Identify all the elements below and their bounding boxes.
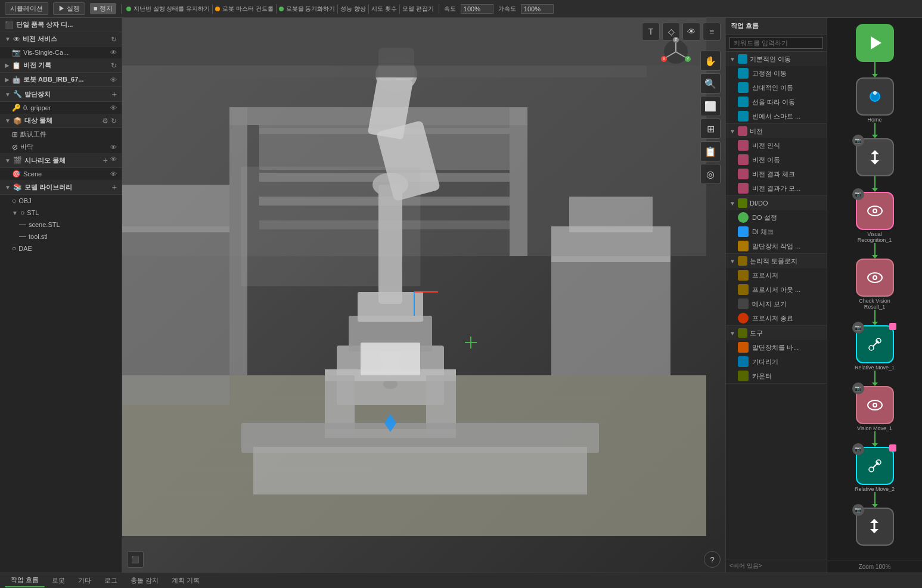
camera-node[interactable]: 📷 bbox=[851, 508, 899, 546]
model-library-header[interactable]: ▼ 📚 모델 라이브러리 + bbox=[0, 180, 122, 195]
relative-move2-label: Relative Move_2 bbox=[855, 486, 895, 492]
robot-eye-icon[interactable]: 👁 bbox=[110, 76, 117, 83]
basic-move-header[interactable]: ▼ 기본적인 이동 bbox=[726, 52, 827, 66]
vision-service-refresh[interactable]: ↻ bbox=[111, 35, 117, 43]
vision-service-header[interactable]: ▼ 👁 비전 서비스 ↻ bbox=[0, 32, 122, 46]
tools-header[interactable]: ▼ 도구 bbox=[726, 326, 827, 340]
scenario-add-btn[interactable]: + bbox=[103, 155, 108, 165]
relative-move1-node[interactable]: 📷 Relative Move_1 bbox=[851, 325, 899, 371]
floor-label: 바닥 bbox=[20, 142, 33, 151]
change-effector-item[interactable]: 말단장치를 바... bbox=[726, 340, 827, 354]
vis-single-camera-item[interactable]: 📷 Vis-Single-Ca... 👁 bbox=[0, 46, 122, 58]
home-node-box[interactable] bbox=[856, 77, 894, 116]
vision-log-header[interactable]: ▶ 📋 비전 기록 ↻ bbox=[0, 58, 122, 73]
speed-input[interactable] bbox=[461, 4, 493, 14]
robot-header[interactable]: ▶ 🤖 로봇 ABB_IRB_67... 👁 bbox=[0, 73, 122, 87]
grid-tool-btn[interactable]: ⊞ bbox=[700, 119, 721, 139]
tab-workflow[interactable]: 작업 흐름 bbox=[5, 574, 45, 587]
visual-recog-node[interactable]: 📷 Visual Recognition_1 bbox=[851, 192, 899, 243]
project-icon: ⬛ bbox=[5, 21, 14, 29]
tab-collision[interactable]: 충돌 감지 bbox=[125, 574, 164, 587]
line-move-item[interactable]: 선을 따라 이동 bbox=[726, 95, 827, 109]
svg-rect-42 bbox=[569, 197, 653, 232]
vision-recog-item[interactable]: 비전 인식 bbox=[726, 138, 827, 153]
check-vision-node[interactable]: Check Vision Result_1 bbox=[851, 259, 899, 310]
tool-stl-item[interactable]: — tool.stl bbox=[0, 231, 122, 242]
end-effector-header[interactable]: ▼ 🔧 말단장치 + bbox=[0, 87, 122, 102]
workflow-search-input[interactable] bbox=[729, 37, 823, 49]
fixed-move-item[interactable]: 고정점 이동 bbox=[726, 66, 827, 80]
scenario-eye-icon[interactable]: 👁 bbox=[110, 155, 117, 165]
move1-node[interactable]: 📷 bbox=[851, 138, 899, 176]
procedure-end-item[interactable]: 프로시저 종료 bbox=[726, 311, 827, 325]
di-check-item[interactable]: DI 체크 bbox=[726, 225, 827, 239]
viewport[interactable]: T ◇ 👁 ≡ Z X Y ✋ bbox=[122, 18, 725, 573]
default-workpiece-item[interactable]: ⊞ 默认工件 bbox=[0, 128, 122, 141]
simulate-btn[interactable]: 시뮬레이션 bbox=[5, 2, 48, 15]
vision-move-item[interactable]: 비전 이동 bbox=[726, 153, 827, 167]
scene-item[interactable]: 🎯 Scene 👁 bbox=[0, 168, 122, 180]
tab-robot[interactable]: 로봇 bbox=[46, 574, 71, 587]
wait-item[interactable]: 기다리기 bbox=[726, 354, 827, 369]
effector-add-btn[interactable]: + bbox=[112, 89, 117, 99]
logical-header[interactable]: ▼ 논리적 토폴로지 bbox=[726, 254, 827, 268]
relative-move-item[interactable]: 상대적인 이동 bbox=[726, 80, 827, 95]
vision-log-refresh[interactable]: ↻ bbox=[111, 61, 117, 70]
floor-eye-icon[interactable]: 👁 bbox=[110, 144, 117, 151]
select-tool-btn[interactable]: ⬜ bbox=[700, 96, 721, 116]
project-header[interactable]: ⬛ 단일 품목 상자 디... bbox=[0, 18, 122, 32]
tab-log[interactable]: 로그 bbox=[98, 574, 123, 587]
procedure-end-label: 프로시저 종료 bbox=[752, 314, 793, 323]
zoom-tool-btn[interactable]: 🔍 bbox=[700, 73, 721, 94]
play-btn[interactable]: ▶ 실행 bbox=[53, 2, 85, 15]
accel-input[interactable] bbox=[521, 4, 554, 14]
vision-move1-node[interactable]: 📷 Vision Move_1 bbox=[851, 386, 899, 431]
stl-item[interactable]: ▼ ○ STL bbox=[0, 207, 122, 219]
dae-item[interactable]: ○ DAE bbox=[0, 242, 122, 254]
hand-tool-btn[interactable]: ✋ bbox=[700, 51, 721, 71]
relative-move2-node[interactable]: 📷 Relative Move_2 bbox=[851, 447, 899, 492]
end-effector-task-item[interactable]: 말단장치 작업 ... bbox=[726, 239, 827, 253]
dido-header[interactable]: ▼ DI/DO bbox=[726, 196, 827, 210]
vision-section-header[interactable]: ▼ 비전 bbox=[726, 124, 827, 138]
procedure-item[interactable]: 프로시저 bbox=[726, 268, 827, 282]
scene-eye-icon[interactable]: 👁 bbox=[110, 170, 117, 178]
circle-tool-btn[interactable]: ◎ bbox=[700, 164, 721, 184]
counter-item[interactable]: 카운터 bbox=[726, 369, 827, 383]
stop-btn[interactable]: ■ 정지 bbox=[90, 3, 116, 14]
menu-btn[interactable]: ≡ bbox=[703, 23, 721, 41]
start-node-box[interactable] bbox=[856, 24, 894, 62]
workflow-canvas: Home bbox=[827, 18, 922, 573]
floor-item[interactable]: ⊘ 바닥 👁 bbox=[0, 141, 122, 153]
relative1-pink-corner bbox=[889, 323, 896, 330]
text-tool-btn[interactable]: T bbox=[642, 23, 660, 41]
camera-eye-icon[interactable]: 👁 bbox=[110, 49, 117, 56]
start-node[interactable] bbox=[851, 24, 899, 62]
relative-move2-wrapper: 📷 bbox=[856, 447, 894, 485]
dot-green2 bbox=[279, 7, 284, 11]
list-tool-btn[interactable]: 📋 bbox=[700, 141, 721, 161]
viewport-bottom-left-btn[interactable]: ⬛ bbox=[127, 551, 144, 568]
gripper-eye-icon[interactable]: 👁 bbox=[110, 104, 117, 111]
do-set-item[interactable]: DO 설정 bbox=[726, 210, 827, 225]
message-view-item[interactable]: 메시지 보기 bbox=[726, 297, 827, 311]
gripper-item[interactable]: 🔑 0. gripper 👁 bbox=[0, 102, 122, 114]
target-settings-icon[interactable]: ⚙ bbox=[102, 117, 108, 125]
target-object-header[interactable]: ▼ 📦 대상 물체 ⚙ ↻ bbox=[0, 114, 122, 128]
tab-plan-history[interactable]: 계획 기록 bbox=[166, 574, 206, 587]
vision-check-item[interactable]: 비전 결과 체크 bbox=[726, 167, 827, 181]
scene-stl-item[interactable]: — scene.STL bbox=[0, 219, 122, 231]
scenario-header[interactable]: ▼ 🎬 시나리오 물체 + 👁 bbox=[0, 153, 122, 168]
effector-icon: 🔧 bbox=[13, 90, 22, 98]
obj-item[interactable]: ○ OBJ bbox=[0, 195, 122, 207]
separator1 bbox=[121, 4, 122, 14]
vision-result-item[interactable]: 비전 결과가 모... bbox=[726, 181, 827, 195]
help-btn[interactable]: ? bbox=[704, 551, 721, 568]
target-refresh-icon[interactable]: ↻ bbox=[111, 117, 117, 125]
check-vision-box[interactable] bbox=[856, 259, 894, 297]
bin-smart-item[interactable]: 빈에서 스마트 ... bbox=[726, 109, 827, 123]
home-node[interactable]: Home bbox=[851, 77, 899, 123]
tab-other[interactable]: 기타 bbox=[72, 574, 97, 587]
procedure-out-item[interactable]: 프로시저 아웃 ... bbox=[726, 282, 827, 297]
model-add-btn[interactable]: + bbox=[112, 182, 117, 192]
